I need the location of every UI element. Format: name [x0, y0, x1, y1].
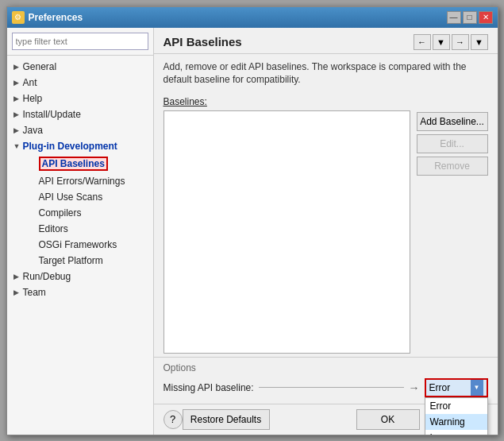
nav-dropdown-button[interactable]: ▼	[471, 34, 488, 50]
sidebar-item-label: Run/Debug	[23, 271, 71, 282]
sidebar-item-label: API Baselines	[39, 157, 108, 171]
page-title: API Baselines	[164, 35, 242, 48]
sidebar-item-label: Java	[23, 125, 43, 136]
baselines-section: Baselines: Add Baseline... Edit... Remov…	[154, 93, 498, 356]
expand-icon: ▶	[13, 126, 23, 134]
back-button[interactable]: ←	[414, 34, 431, 50]
title-buttons: — □ ✕	[447, 11, 493, 24]
sidebar-item-install-update[interactable]: ▶ Install/Update	[7, 106, 153, 122]
sidebar-item-label: API Errors/Warnings	[39, 176, 125, 187]
filter-box	[7, 28, 153, 56]
sidebar: ▶ General ▶ Ant ▶	[7, 28, 154, 435]
dropdown-item-ignore[interactable]: Ignore	[425, 430, 487, 435]
sidebar-item-editors[interactable]: ▶ Editors	[7, 221, 153, 237]
dropdown-item-warning[interactable]: Warning	[425, 414, 487, 430]
sidebar-item-label: General	[23, 61, 57, 72]
edit-button[interactable]: Edit...	[417, 134, 488, 153]
close-button[interactable]: ✕	[479, 11, 493, 24]
baselines-buttons: Add Baseline... Edit... Remove	[417, 110, 488, 353]
main-header: API Baselines ← ▼ → ▼	[154, 28, 498, 54]
error-dropdown-wrapper: Error ▼ Error Warning Ignore	[425, 378, 488, 397]
minimize-button[interactable]: —	[447, 11, 461, 24]
sidebar-item-label: Editors	[39, 223, 68, 234]
sidebar-item-label: Install/Update	[23, 109, 81, 120]
sidebar-item-run-debug[interactable]: ▶ Run/Debug	[7, 269, 153, 284]
sidebar-item-label: API Use Scans	[39, 191, 103, 203]
nav-buttons: ← ▼ → ▼	[414, 34, 488, 50]
sidebar-item-osgi-frameworks[interactable]: ▶ OSGi Frameworks	[7, 237, 153, 253]
preferences-window: ⚙ Preferences — □ ✕ ▶ General	[6, 6, 498, 435]
tree-area: ▶ General ▶ Ant ▶	[7, 56, 153, 435]
sidebar-item-api-errors[interactable]: ▶ API Errors/Warnings	[7, 173, 153, 189]
help-button[interactable]: ?	[164, 410, 183, 429]
sidebar-item-label: Target Platform	[39, 255, 103, 266]
expand-icon: ▶	[13, 95, 23, 103]
sidebar-item-api-use-scans[interactable]: ▶ API Use Scans	[7, 189, 153, 205]
sidebar-item-label: OSGi Frameworks	[39, 239, 117, 250]
sidebar-item-label: Plug-in Development	[23, 141, 117, 152]
options-label: Options	[164, 362, 488, 373]
expand-icon: ▶	[13, 288, 23, 296]
ok-button[interactable]: OK	[356, 409, 420, 430]
missing-api-row: Missing API baseline: → Error ▼ Error Wa…	[164, 378, 488, 397]
sidebar-item-label: Ant	[23, 77, 37, 88]
dropdown-item-error[interactable]: Error	[425, 398, 487, 414]
error-dropdown[interactable]: Error ▼	[425, 378, 488, 397]
window-icon: ⚙	[12, 11, 25, 24]
baselines-list	[164, 110, 410, 353]
sidebar-item-plugin-dev[interactable]: ▼ Plug-in Development	[7, 138, 153, 154]
sidebar-item-help[interactable]: ▶ Help	[7, 91, 153, 106]
sidebar-item-label: Help	[23, 93, 43, 104]
dropdown-menu: Error Warning Ignore	[425, 397, 488, 435]
content-area: ▶ General ▶ Ant ▶	[7, 28, 498, 435]
title-bar-left: ⚙ Preferences	[12, 11, 83, 24]
sidebar-item-label: Team	[23, 287, 46, 298]
sidebar-item-java[interactable]: ▶ Java	[7, 122, 153, 138]
forward-button[interactable]: →	[452, 34, 469, 50]
arrow-icon: →	[409, 381, 420, 394]
main-description: Add, remove or edit API baselines. The w…	[154, 54, 498, 94]
separator-line	[259, 387, 404, 388]
baselines-content: Add Baseline... Edit... Remove	[164, 110, 488, 353]
remove-button[interactable]: Remove	[417, 157, 488, 176]
expand-icon: ▶	[13, 63, 23, 71]
sidebar-item-target-platform[interactable]: ▶ Target Platform	[7, 253, 153, 269]
sidebar-item-api-baselines[interactable]: ▶ API Baselines	[7, 154, 153, 173]
expand-icon: ▶	[13, 110, 23, 118]
sidebar-item-compilers[interactable]: ▶ Compilers	[7, 205, 153, 221]
expand-icon: ▶	[13, 79, 23, 87]
options-section: Options Missing API baseline: → Error ▼ …	[154, 357, 498, 404]
main-panel: API Baselines ← ▼ → ▼ Add, remove or edi…	[154, 28, 498, 435]
expand-icon: ▼	[13, 142, 23, 150]
filter-input[interactable]	[12, 33, 148, 50]
sidebar-item-team[interactable]: ▶ Team	[7, 284, 153, 300]
baselines-label: Baselines:	[164, 96, 488, 107]
missing-api-label: Missing API baseline:	[164, 382, 254, 393]
title-bar: ⚙ Preferences — □ ✕	[7, 7, 498, 28]
sidebar-item-general[interactable]: ▶ General	[7, 59, 153, 75]
dropdown-value: Error	[429, 382, 451, 393]
window-title: Preferences	[29, 12, 83, 23]
expand-icon: ▶	[13, 273, 23, 280]
dropdown-arrow-icon: ▼	[471, 380, 483, 396]
restore-defaults-button[interactable]: Restore Defaults	[183, 409, 270, 430]
sidebar-item-label: Compilers	[39, 207, 82, 219]
add-baseline-button[interactable]: Add Baseline...	[417, 112, 488, 131]
dropdown-button[interactable]: ▼	[433, 34, 450, 50]
sidebar-item-ant[interactable]: ▶ Ant	[7, 75, 153, 91]
maximize-button[interactable]: □	[463, 11, 477, 24]
